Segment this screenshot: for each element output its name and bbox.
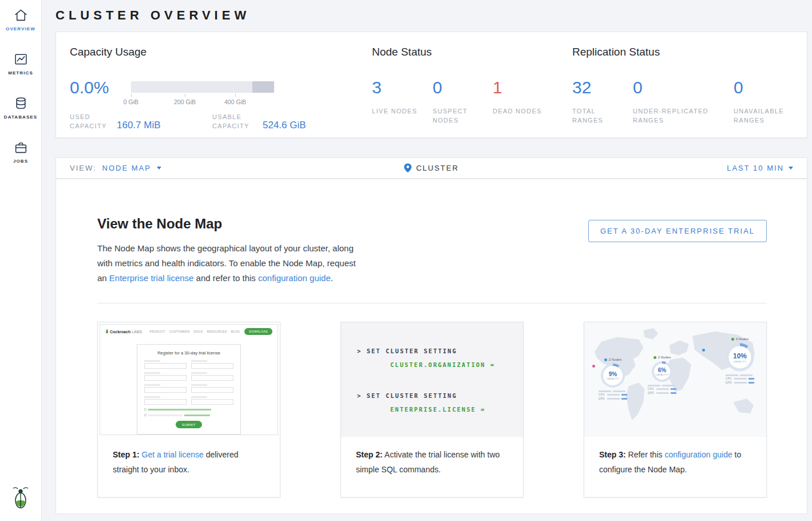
nav-item: PRODUCT	[150, 330, 166, 333]
chevron-down-icon[interactable]	[157, 167, 161, 169]
time-range-selector[interactable]: LAST 10 MIN	[727, 164, 793, 172]
cockroach-logo	[12, 487, 29, 512]
cluster-summary-card: Capacity Usage Node Status Replication S…	[56, 31, 807, 138]
description-text: .	[331, 273, 333, 283]
configuration-guide-link[interactable]: configuration guide	[664, 450, 732, 459]
unavailable-ranges-value: 0	[734, 78, 799, 97]
locality-badge: 2 Nodes 6% CAPACITY CPU	[645, 356, 679, 394]
total-ranges-stat: 32 TOTAL RANGES	[572, 78, 627, 125]
jobs-icon	[14, 140, 28, 155]
dead-nodes-stat: 1 DEAD NODES	[493, 78, 544, 116]
node-status-heading: Node Status	[372, 46, 432, 58]
caption-text: Refer this	[626, 450, 665, 459]
used-capacity-stat: USED CAPACITY 160.7 MiB	[70, 112, 161, 131]
capacity-bar-track	[131, 81, 274, 93]
suspect-nodes-value: 0	[433, 78, 484, 97]
locality-badge: 3 Nodes 10% CAPACITY CPU	[719, 337, 760, 384]
live-nodes-stat: 3 LIVE NODES	[372, 78, 423, 116]
configuration-guide-link[interactable]: configuration guide	[258, 273, 331, 283]
main-area: CLUSTER OVERVIEW Capacity Usage Node Sta…	[42, 0, 812, 521]
capacity-label: CAPACITY	[734, 360, 747, 363]
used-capacity-percent: 0.0%	[70, 78, 109, 97]
dead-nodes-value: 1	[493, 78, 544, 97]
registration-screenshot: Cockroach LABS PRODUCT CUSTOMERS DOCS RE…	[98, 322, 280, 437]
under-replicated-ranges-value: 0	[633, 78, 726, 97]
node-count: 3 Nodes	[736, 337, 748, 341]
sidebar-item-label: METRICS	[8, 70, 33, 76]
capacity-percent: 10%	[733, 352, 747, 360]
step-1-caption: Step 1: Get a trial license delivered st…	[98, 437, 280, 477]
view-label: VIEW:	[70, 164, 97, 172]
get-trial-license-link[interactable]: Get a trial license	[142, 450, 204, 459]
locality-badge: 2 Nodes 9% CAPACITY CPU	[595, 358, 631, 400]
cockroach-labs-brand: Cockroach LABS	[105, 329, 142, 334]
view-selector[interactable]: VIEW: NODE MAP	[70, 164, 161, 172]
used-capacity-label: USED CAPACITY	[70, 112, 111, 131]
usable-capacity-label: USABLE CAPACITY	[212, 112, 257, 131]
step-3-caption: Step 3: Refer this configuration guide t…	[584, 437, 766, 477]
usable-capacity-value: 524.6 GiB	[263, 120, 306, 131]
step-2-caption: Step 2: Activate the trial license with …	[341, 437, 523, 477]
sidebar-item-label: OVERVIEW	[6, 26, 35, 31]
form-title: Register for a 30-day trial license	[144, 350, 233, 356]
suspect-nodes-label: SUSPECT NODES	[433, 106, 484, 125]
download-button: DOWNLOAD	[244, 328, 272, 335]
view-toolbar: VIEW: NODE MAP CLUSTER LAST 10 MIN	[56, 157, 807, 179]
total-ranges-label: TOTAL RANGES	[572, 106, 627, 125]
node-count: 2 Nodes	[609, 358, 621, 361]
capacity-label: CAPACITY	[607, 377, 620, 380]
bug-icon	[105, 329, 109, 334]
node-count: 2 Nodes	[658, 356, 671, 359]
capacity-bar-chart: 0 GiB 200 GiB 400 GiB	[131, 81, 274, 93]
capacity-bar-segment	[252, 81, 274, 93]
capacity-percent: 6%	[658, 367, 666, 373]
sidebar-item-jobs[interactable]: JOBS	[0, 140, 41, 164]
page-title: CLUSTER OVERVIEW	[56, 8, 250, 23]
node-map-preview: 2 Nodes 9% CAPACITY CPU	[584, 322, 766, 437]
code-prompt: > SET CLUSTER SETTING	[341, 389, 523, 402]
suspect-nodes-stat: 0 SUSPECT NODES	[433, 78, 484, 125]
dead-nodes-label: DEAD NODES	[493, 106, 544, 116]
enterprise-trial-license-link[interactable]: Enterprise trial license	[109, 273, 194, 283]
divider	[97, 303, 767, 303]
submit-button: SUBMIT	[176, 421, 202, 428]
unavailable-ranges-stat: 0 UNAVAILABLE RANGES	[734, 78, 799, 125]
cluster-label: CLUSTER	[416, 164, 459, 172]
view-value[interactable]: NODE MAP	[102, 164, 151, 172]
nav-item: RESOURCES	[207, 330, 227, 333]
sidebar-item-overview[interactable]: OVERVIEW	[0, 8, 41, 31]
node-map-panel: View the Node Map The Node Map shows the…	[56, 179, 807, 514]
under-replicated-ranges-label: UNDER-REPLICATED RANGES	[633, 106, 726, 125]
time-range-value[interactable]: LAST 10 MIN	[727, 164, 784, 172]
step-2-card: > SET CLUSTER SETTING CLUSTER.ORGANIZATI…	[340, 322, 524, 498]
capacity-percent: 9%	[609, 371, 617, 377]
code-setting: ENTERPRISE.LICENSE =	[341, 402, 523, 416]
code-prompt: > SET CLUSTER SETTING	[341, 344, 523, 358]
capacity-usage-heading: Capacity Usage	[70, 46, 146, 58]
description-text: and refer to this	[193, 273, 258, 283]
enterprise-trial-button[interactable]: GET A 30-DAY ENTERPRISE TRIAL	[588, 220, 767, 242]
node-map-description: The Node Map shows the geographical layo…	[97, 241, 365, 286]
sidebar-item-label: DATABASES	[4, 115, 38, 120]
under-replicated-ranges-stat: 0 UNDER-REPLICATED RANGES	[633, 78, 726, 125]
nav-item: CUSTOMERS	[169, 330, 189, 333]
step-3-card: 2 Nodes 9% CAPACITY CPU	[584, 322, 767, 498]
sidebar-item-metrics[interactable]: METRICS	[0, 52, 41, 76]
brand-name: Cockroach	[110, 330, 130, 334]
cluster-breadcrumb: CLUSTER	[404, 163, 459, 173]
brand-suffix: LABS	[132, 330, 142, 334]
sql-code-block: > SET CLUSTER SETTING CLUSTER.ORGANIZATI…	[341, 322, 523, 437]
sidebar-item-databases[interactable]: DATABASES	[0, 96, 41, 120]
mini-nav: PRODUCT CUSTOMERS DOCS RESOURCES BLOG	[150, 330, 240, 333]
home-icon	[14, 8, 28, 22]
axis-tick-label: 400 GiB	[224, 98, 246, 105]
location-pin-icon	[404, 163, 411, 173]
total-ranges-value: 32	[572, 78, 627, 97]
unavailable-ranges-label: UNAVAILABLE RANGES	[734, 106, 799, 125]
chevron-down-icon[interactable]	[789, 167, 793, 169]
step-1-card: Cockroach LABS PRODUCT CUSTOMERS DOCS RE…	[97, 322, 280, 498]
sidebar-item-label: JOBS	[13, 159, 28, 164]
live-nodes-value: 3	[372, 78, 423, 97]
usable-capacity-stat: USABLE CAPACITY 524.6 GiB	[212, 112, 306, 131]
databases-icon	[14, 96, 28, 110]
